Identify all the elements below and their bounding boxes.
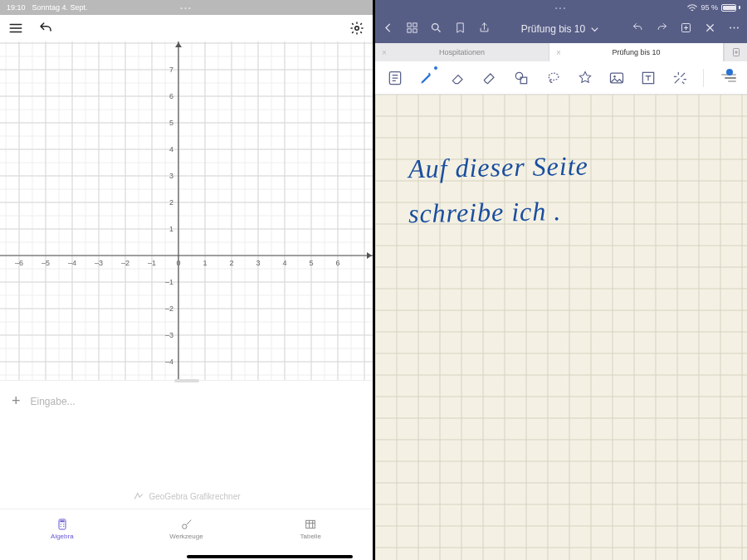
handwriting-line: schreibe ich . <box>408 195 723 227</box>
tab-label: Prüfung bis 10 <box>612 48 660 56</box>
svg-text:–1: –1 <box>148 259 156 267</box>
svg-text:–3: –3 <box>165 331 173 339</box>
text-tool-icon[interactable] <box>640 69 657 87</box>
doc-tab-hospitationen[interactable]: × Hospitationen <box>375 43 549 61</box>
note-canvas[interactable]: Auf dieser Seite schreibe ich . <box>375 95 747 560</box>
menu-icon[interactable] <box>8 21 23 36</box>
svg-text:2: 2 <box>229 259 233 267</box>
status-bar-left: 19:10 Sonntag 4. Sept. ••• <box>0 0 373 15</box>
geogebra-watermark: GeoGebra Grafikrechner <box>132 490 240 502</box>
status-date: Sonntag 4. Sept. <box>32 3 88 12</box>
multitask-dots-icon[interactable]: ••• <box>180 4 192 12</box>
back-icon[interactable] <box>382 22 394 37</box>
doc-title[interactable]: Prüfung bis 10 <box>521 23 601 36</box>
svg-text:1: 1 <box>203 259 207 267</box>
tab-label: Tabelle <box>300 533 321 540</box>
doc-title-text: Prüfung bis 10 <box>521 23 585 35</box>
svg-point-114 <box>182 524 186 528</box>
bookmark-icon[interactable] <box>454 22 466 37</box>
svg-text:6: 6 <box>169 92 173 100</box>
svg-point-127 <box>516 72 523 79</box>
shape-tool-icon[interactable] <box>513 69 530 87</box>
new-tab-icon[interactable] <box>724 43 747 61</box>
geogebra-bottom-tabs: Algebra Werkzeuge Tabelle <box>0 509 373 548</box>
home-indicator[interactable] <box>187 555 353 558</box>
svg-point-123 <box>734 27 735 28</box>
battery-icon <box>721 4 740 12</box>
svg-text:4: 4 <box>169 145 173 153</box>
handwriting-line: Auf dieser Seite <box>408 150 723 183</box>
panel-drag-handle[interactable] <box>174 379 199 382</box>
share-icon[interactable] <box>478 22 491 37</box>
thumbnails-icon[interactable] <box>406 22 418 37</box>
svg-rect-119 <box>413 28 417 32</box>
svg-point-131 <box>613 75 616 78</box>
goodnotes-doc-tabs: × Hospitationen × Prüfung bis 10 <box>375 43 747 61</box>
add-expression-icon[interactable]: + <box>12 392 21 410</box>
undo-icon[interactable] <box>632 22 644 37</box>
watermark-label: GeoGebra Grafikrechner <box>149 492 240 501</box>
image-tool-icon[interactable] <box>608 69 625 87</box>
goodnotes-app: ••• 95 % Prüfung bis 10 <box>375 0 747 560</box>
search-icon[interactable] <box>430 22 442 37</box>
read-mode-icon[interactable] <box>387 69 403 87</box>
svg-point-110 <box>60 523 61 524</box>
graph-canvas[interactable]: –6–5–4–3–2–10123456–4–3–2–11234567 <box>0 41 373 380</box>
undo-icon[interactable] <box>38 21 53 36</box>
more-icon[interactable] <box>728 22 740 37</box>
svg-text:–3: –3 <box>95 259 103 267</box>
svg-text:5: 5 <box>169 119 173 127</box>
tab-label: Hospitationen <box>439 48 485 56</box>
status-bar-right: ••• 95 % <box>375 0 747 15</box>
svg-text:–1: –1 <box>165 278 173 286</box>
highlighter-tool-icon[interactable] <box>481 69 498 87</box>
svg-point-113 <box>63 526 64 527</box>
doc-tab-pruefung[interactable]: × Prüfung bis 10 <box>549 43 724 61</box>
add-page-icon[interactable] <box>680 22 692 37</box>
svg-text:1: 1 <box>169 225 173 233</box>
svg-text:0: 0 <box>176 259 180 267</box>
pen-tool-icon[interactable] <box>418 69 435 87</box>
svg-point-124 <box>737 27 739 28</box>
svg-rect-117 <box>413 22 417 26</box>
tab-algebra[interactable]: Algebra <box>0 509 124 548</box>
tab-table[interactable]: Tabelle <box>248 509 373 548</box>
svg-text:4: 4 <box>282 259 286 267</box>
tab-tools[interactable]: Werkzeuge <box>124 509 249 548</box>
close-icon[interactable] <box>704 22 716 37</box>
eraser-tool-icon[interactable] <box>450 69 466 87</box>
svg-point-0 <box>355 27 359 31</box>
tab-close-icon[interactable]: × <box>382 48 387 57</box>
svg-rect-116 <box>408 22 411 26</box>
stroke-width-icon[interactable] <box>719 69 735 87</box>
multitask-dots-icon[interactable]: ••• <box>555 4 567 12</box>
laser-tool-icon[interactable] <box>671 69 688 87</box>
toolbar-divider <box>703 69 704 87</box>
goodnotes-nav: Prüfung bis 10 <box>375 15 747 43</box>
redo-icon[interactable] <box>656 22 668 37</box>
svg-text:7: 7 <box>169 66 173 74</box>
expression-input[interactable] <box>31 396 361 407</box>
svg-text:–6: –6 <box>15 259 23 267</box>
svg-point-129 <box>549 73 559 80</box>
geogebra-app: 19:10 Sonntag 4. Sept. ••• –6–5–4–3–2–10… <box>0 0 373 560</box>
svg-rect-115 <box>306 520 315 528</box>
svg-point-112 <box>60 526 61 527</box>
geogebra-toolbar <box>0 15 373 41</box>
handwriting-content: Auf dieser Seite schreibe ich . <box>408 153 722 224</box>
svg-text:3: 3 <box>169 172 173 180</box>
svg-text:–4: –4 <box>68 259 76 267</box>
svg-text:6: 6 <box>335 259 339 267</box>
settings-icon[interactable] <box>349 21 364 36</box>
svg-text:–5: –5 <box>42 259 50 267</box>
sticker-tool-icon[interactable] <box>577 69 593 87</box>
svg-rect-109 <box>60 520 64 522</box>
goodnotes-toolbar <box>375 61 747 95</box>
lasso-tool-icon[interactable] <box>544 69 561 87</box>
wifi-icon <box>687 4 697 12</box>
svg-point-111 <box>63 523 64 524</box>
svg-text:2: 2 <box>169 198 173 207</box>
svg-point-122 <box>730 27 731 28</box>
svg-rect-118 <box>408 28 411 32</box>
tab-close-icon[interactable]: × <box>556 48 561 57</box>
